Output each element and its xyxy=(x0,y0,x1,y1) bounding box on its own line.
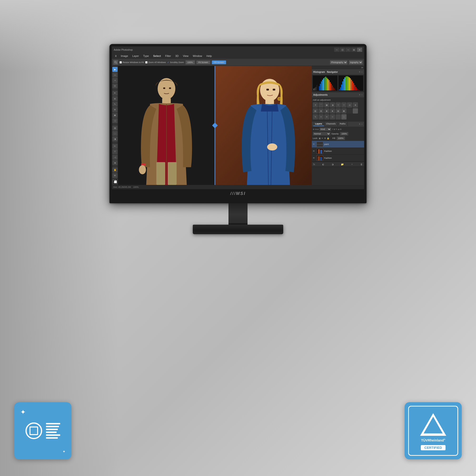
adj-gradient2-icon[interactable]: ▤ xyxy=(336,108,341,114)
layer-mask-icon[interactable]: ◐ xyxy=(322,163,324,166)
layer-eye-fashion1[interactable]: 👁 xyxy=(313,150,316,152)
tool-lasso[interactable]: ⌖ xyxy=(112,78,118,83)
layer-folder-icon[interactable]: 📁 xyxy=(341,163,344,166)
minimize-button[interactable]: ─ xyxy=(334,48,340,52)
fill-screen-button[interactable]: Fill Screen xyxy=(212,60,226,64)
adj-solidcolor-icon[interactable]: ■ xyxy=(330,108,335,114)
adj-brightness-icon[interactable]: ☀ xyxy=(313,102,318,108)
tool-move[interactable]: ▶ xyxy=(112,67,118,72)
tool-shape[interactable]: ◈ xyxy=(112,160,118,165)
scrubby-zoom-checkbox[interactable]: ✓ Scrubby Zoom xyxy=(167,61,184,64)
tab-layers[interactable]: Layers xyxy=(313,122,324,126)
tool-dodge[interactable]: ◑ xyxy=(112,136,118,141)
layer-eye-paint[interactable]: 👁 xyxy=(313,143,316,145)
tool-history[interactable]: ◉ xyxy=(112,113,118,118)
adj-collapse-icon[interactable]: ─ xyxy=(361,94,363,96)
opacity-input[interactable] xyxy=(340,132,348,136)
zoom-all-windows-checkbox[interactable]: Zoom All Windows xyxy=(145,61,166,64)
resize-windows-checkbox[interactable]: Resize Windows to Fit xyxy=(119,61,144,64)
tool-gradient[interactable]: ▤ xyxy=(112,125,118,130)
resize-windows-input[interactable] xyxy=(119,61,122,64)
layer-filter-icon3[interactable]: ✎ xyxy=(336,128,338,130)
adj-curves-icon[interactable]: ⌒ xyxy=(319,102,324,108)
tool-eyedropper[interactable]: ✒ xyxy=(112,91,118,96)
close-button[interactable]: ✕ xyxy=(357,48,362,52)
fill-input[interactable] xyxy=(337,136,345,140)
layer-item-fashion2[interactable]: 👁 Fashion xyxy=(312,155,364,162)
lock-icon1[interactable]: ▣ xyxy=(319,137,321,139)
restore-button[interactable]: ⊡ xyxy=(340,48,345,52)
zoom-percent-input[interactable] xyxy=(186,60,195,65)
lock-icon4[interactable]: 🔒 xyxy=(327,137,329,139)
adj-pencil2-icon[interactable]: ✏ xyxy=(319,114,324,119)
tool-healing[interactable]: ⊕ xyxy=(112,96,118,101)
maximize-button[interactable]: ⊞ xyxy=(351,48,357,52)
adj-blank2-icon[interactable] xyxy=(353,108,358,114)
adj-invert-icon[interactable]: ◐ xyxy=(324,108,329,114)
adj-cb-icon[interactable]: ◎ xyxy=(347,102,352,108)
menu-item-help[interactable]: Help xyxy=(204,54,214,58)
layers-options-icon[interactable]: ≡ xyxy=(359,123,360,125)
menu-item-filter[interactable]: Filter xyxy=(163,54,173,58)
tool-text[interactable]: T xyxy=(112,149,118,154)
layer-filter-icon4[interactable]: ◈ xyxy=(338,128,340,130)
layer-adj-icon[interactable]: ◑ xyxy=(332,163,334,166)
adjustments-header[interactable]: Adjustments ≡ ─ xyxy=(312,92,364,97)
workspace-select[interactable]: Photography Essentials 3D xyxy=(330,60,347,65)
tool-path-select[interactable]: ◁ xyxy=(112,155,118,160)
adj-hsl-icon[interactable]: ▽ xyxy=(341,102,346,108)
adj-levels-icon[interactable]: ▦ xyxy=(324,102,329,108)
histogram-options-icon[interactable]: ≡ xyxy=(359,71,360,73)
adj-threshold-icon[interactable]: ▨ xyxy=(313,108,318,114)
layer-filter-icon1[interactable]: T xyxy=(332,128,333,130)
zoom-all-windows-input[interactable] xyxy=(145,61,148,64)
menu-item-select[interactable]: Select xyxy=(151,54,163,58)
adj-pencil4-icon[interactable]: ✑ xyxy=(330,114,335,119)
lock-icon2[interactable]: ✒ xyxy=(322,137,323,139)
menu-item-type[interactable]: Type xyxy=(141,54,151,58)
histogram-header[interactable]: Histogram Navigator ≡ ─ xyxy=(312,69,364,74)
adj-pencil3-icon[interactable]: ✒ xyxy=(324,114,329,119)
tool-zoom[interactable]: ⊕ xyxy=(112,173,118,178)
workspace-select-2[interactable]: tography xyxy=(349,60,363,65)
tool-blur[interactable]: ◌ xyxy=(112,131,118,136)
ps-canvas-area[interactable] xyxy=(118,66,312,185)
restore-button-2[interactable]: ─ xyxy=(346,48,351,52)
tool-foreground-bg[interactable] xyxy=(112,179,118,184)
layer-fx-icon[interactable]: fx xyxy=(313,163,315,166)
tool-eraser[interactable]: ◻ xyxy=(112,118,118,123)
layer-filter-icon2[interactable]: ⊞ xyxy=(334,128,335,130)
tool-pen[interactable]: ✏ xyxy=(112,144,118,149)
adj-pencil-icon[interactable]: ✎ xyxy=(313,114,318,119)
histogram-collapse-icon[interactable]: ─ xyxy=(361,71,363,73)
adj-blank3-icon[interactable] xyxy=(336,114,341,119)
ps-split-divider[interactable] xyxy=(215,66,215,185)
adj-posterize-icon[interactable]: ▥ xyxy=(319,108,324,114)
tool-clone[interactable]: ✲ xyxy=(112,107,118,112)
menu-item-it[interactable]: it xyxy=(113,54,119,58)
tab-channels[interactable]: Channels xyxy=(324,122,338,126)
adj-vibrance-icon[interactable]: ▽ xyxy=(336,102,341,108)
lock-icon3[interactable]: ✤ xyxy=(324,137,326,139)
tool-crop[interactable]: ⊡ xyxy=(112,84,118,88)
menu-item-image[interactable]: Image xyxy=(119,54,130,58)
menu-item-view[interactable]: View xyxy=(181,54,190,58)
menu-item-window[interactable]: Window xyxy=(191,54,204,58)
menu-item-layer[interactable]: Layer xyxy=(130,54,141,58)
tool-brush[interactable]: ✎ xyxy=(112,102,118,107)
panel-collapse-icon[interactable]: ≫ xyxy=(361,67,363,69)
adj-pattern-icon[interactable]: ▦ xyxy=(341,108,346,114)
tab-paths[interactable]: Paths xyxy=(338,122,348,126)
fit-screen-button[interactable]: Fit Screen xyxy=(196,60,210,64)
adj-exposure-icon[interactable]: ◑ xyxy=(330,102,335,108)
menu-item-3d[interactable]: 3D xyxy=(173,54,180,58)
layer-eye-fashion2[interactable]: 👁 xyxy=(313,157,316,159)
blend-mode-select[interactable]: Normal Multiply Screen xyxy=(313,132,331,136)
adj-options-icon[interactable]: ≡ xyxy=(359,94,360,96)
layer-filter-kind-select[interactable]: Kind xyxy=(319,127,331,131)
layer-add-icon[interactable]: ＋ xyxy=(351,163,353,166)
tool-hand[interactable]: ✋ xyxy=(112,167,118,172)
layer-filter-icon5[interactable]: ⚙ xyxy=(340,128,341,130)
layer-item-fashion1[interactable]: 👁 Fashion xyxy=(312,148,364,155)
adj-rect-icon[interactable]: □ xyxy=(341,114,346,119)
